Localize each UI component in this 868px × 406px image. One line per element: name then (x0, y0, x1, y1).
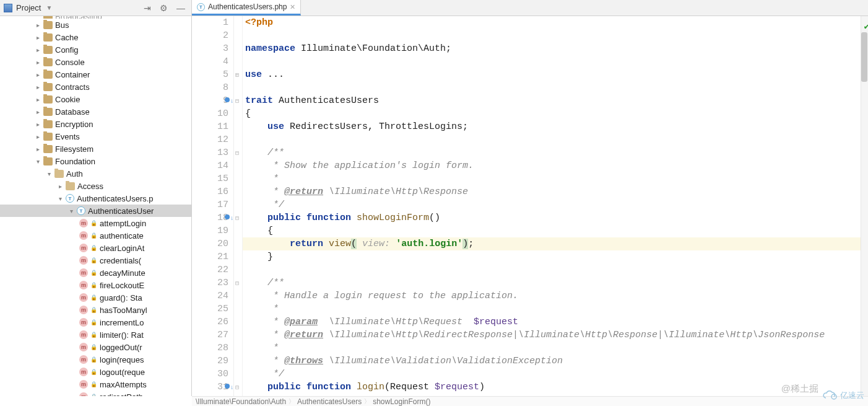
tree-folder[interactable]: ▸Database (0, 105, 191, 118)
code-line[interactable]: <?php (243, 16, 868, 29)
code-line[interactable]: /** (243, 276, 868, 289)
fold-toggle-icon[interactable]: ⊟ (235, 149, 239, 157)
code-line[interactable]: */ (243, 198, 868, 211)
code-line[interactable]: { (243, 107, 868, 120)
tree-method[interactable]: m🔒maxAttempts (0, 378, 191, 391)
tree-method[interactable]: m🔒loggedOut(r (0, 341, 191, 353)
code-line[interactable]: trait AuthenticatesUsers (243, 94, 868, 107)
tree-folder[interactable]: ▸Bus (0, 19, 191, 31)
tab-authenticates-users[interactable]: T AuthenticatesUsers.php ✕ (192, 0, 301, 15)
tree-folder[interactable]: ▸Cache (0, 31, 191, 43)
tree-folder[interactable]: ▸Access (0, 180, 191, 192)
tree-method[interactable]: m🔒login(reques (0, 353, 191, 366)
expand-arrow-icon[interactable]: ▾ (35, 158, 41, 165)
tree-method[interactable]: m🔒clearLoginAt (0, 242, 191, 254)
code-line[interactable]: use RedirectsUsers, ThrottlesLogins; (243, 120, 868, 133)
code-line[interactable]: * @return \Illuminate\Http\RedirectRespo… (243, 329, 868, 342)
code-line[interactable]: * @param \Illuminate\Http\Request $reque… (243, 316, 868, 329)
tree-method[interactable]: m🔒limiter(): Rat (0, 329, 191, 341)
tree-method[interactable]: m🔒hasTooManyl (0, 304, 191, 316)
expand-arrow-icon[interactable]: ▸ (35, 46, 41, 53)
tree-method[interactable]: m🔒incrementLo (0, 316, 191, 329)
collapse-icon[interactable]: ⇥ (141, 3, 154, 13)
code-line[interactable] (243, 55, 868, 68)
code-line[interactable]: { (243, 224, 868, 237)
tree-method[interactable]: m🔒logout(reque (0, 366, 191, 378)
tree-folder[interactable]: ▸Filesystem (0, 143, 191, 155)
fold-toggle-icon[interactable]: ⊟ (235, 214, 239, 222)
tree-folder[interactable]: ▸Config (0, 43, 191, 56)
code-editor[interactable]: 1234589101112131415161718192021222324252… (192, 16, 868, 396)
code-line[interactable]: public function login(Request $request) (243, 381, 868, 394)
tree-folder[interactable]: ▸Console (0, 56, 191, 68)
expand-arrow-icon[interactable]: ▸ (35, 146, 41, 152)
expand-arrow-icon[interactable]: ▸ (35, 84, 41, 90)
tree-class[interactable]: ▾TAuthenticatesUser (0, 205, 191, 217)
chevron-down-icon[interactable]: ▼ (46, 4, 52, 11)
tree-method[interactable]: m🔒guard(): Sta (0, 291, 191, 304)
code-line[interactable]: use ... (243, 68, 868, 81)
hide-icon[interactable]: — (174, 3, 188, 13)
tree-folder[interactable]: ▾Auth (0, 167, 191, 180)
tree-folder[interactable]: ▸Encryption (0, 118, 191, 130)
tree-folder[interactable]: ▸Events (0, 130, 191, 143)
expand-arrow-icon[interactable]: ▸ (35, 34, 41, 41)
expand-arrow-icon[interactable]: ▸ (35, 22, 41, 29)
tree-method[interactable]: m🔒attemptLogin (0, 217, 191, 229)
code-line[interactable]: * @throws \Illuminate\Validation\Validat… (243, 355, 868, 368)
vertical-scrollbar[interactable]: ✔ (861, 16, 868, 396)
crumb-namespace[interactable]: \Illuminate\Foundation\Auth (196, 397, 286, 406)
code-line[interactable] (243, 133, 868, 146)
code-line[interactable]: return view( view: 'auth.login'); (243, 237, 868, 250)
expand-arrow-icon[interactable]: ▸ (35, 121, 41, 128)
project-label[interactable]: Project (16, 3, 41, 12)
tree-method[interactable]: m🔒decayMinute (0, 267, 191, 279)
crumb-method[interactable]: showLoginForm() (373, 397, 430, 406)
fold-toggle-icon[interactable]: ⊟ (235, 384, 239, 391)
code-line[interactable]: } (243, 250, 868, 263)
tree-folder[interactable]: ▾Foundation (0, 155, 191, 167)
code-line[interactable]: */ (243, 368, 868, 381)
expand-arrow-icon[interactable]: ▸ (35, 59, 41, 66)
expand-arrow-icon[interactable]: ▸ (57, 183, 63, 190)
code-area[interactable]: <?phpnamespace Illuminate\Foundation\Aut… (243, 16, 868, 396)
tree-folder[interactable]: ▸Container (0, 68, 191, 81)
code-line[interactable]: * Show the application's login form. (243, 159, 868, 172)
tree-class[interactable]: ▾TAuthenticatesUsers.p (0, 192, 191, 205)
tree-method[interactable]: m🔒authenticate (0, 229, 191, 242)
tree-method[interactable]: m🔒fireLockoutE (0, 279, 191, 291)
gear-icon[interactable]: ⚙ (157, 3, 170, 13)
code-line[interactable]: namespace Illuminate\Foundation\Auth; (243, 42, 868, 55)
project-tree[interactable]: Broadcasting▸Bus▸Cache▸Config▸Console▸Co… (0, 16, 192, 396)
tree-folder[interactable]: ▸Cookie (0, 93, 191, 105)
code-line[interactable]: * (243, 302, 868, 316)
code-line[interactable]: * @return \Illuminate\Http\Response (243, 185, 868, 198)
code-line[interactable]: /** (243, 146, 868, 159)
lock-icon: 🔒 (90, 307, 97, 313)
scrollbar-thumb[interactable] (861, 32, 867, 82)
fold-toggle-icon[interactable]: ⊟ (235, 97, 239, 105)
tree-folder[interactable]: ▸Contracts (0, 81, 191, 93)
code-line[interactable] (243, 263, 868, 276)
expand-arrow-icon[interactable]: ▸ (35, 133, 41, 140)
code-line[interactable]: * (243, 172, 868, 185)
expand-arrow-icon[interactable]: ▾ (68, 208, 74, 214)
code-line[interactable] (243, 81, 868, 94)
expand-arrow-icon[interactable]: ▸ (35, 71, 41, 78)
tree-method[interactable]: m🔒credentials( (0, 254, 191, 267)
expand-arrow-icon[interactable]: ▾ (46, 170, 52, 177)
code-line[interactable]: * (243, 342, 868, 355)
expand-arrow-icon[interactable]: ▾ (57, 195, 63, 202)
fold-toggle-icon[interactable]: ⊞ (235, 71, 239, 79)
code-line[interactable] (243, 29, 868, 42)
fold-toggle-icon[interactable]: ⊟ (235, 280, 239, 287)
breadcrumb[interactable]: \Illuminate\Foundation\Auth 〉 Authentica… (192, 396, 868, 406)
code-line[interactable]: public function showLoginForm() (243, 211, 868, 224)
expand-arrow-icon[interactable]: ▸ (35, 96, 41, 103)
crumb-class[interactable]: AuthenticatesUsers (297, 397, 362, 406)
expand-arrow-icon[interactable]: ▸ (35, 108, 41, 115)
tree-method[interactable]: m🔒redirectPath (0, 391, 191, 396)
code-line[interactable]: * Handle a login request to the applicat… (243, 289, 868, 302)
close-icon[interactable]: ✕ (290, 3, 295, 11)
fold-column[interactable]: ⊞⊟⊟⊟⊟⊟ (234, 16, 243, 396)
